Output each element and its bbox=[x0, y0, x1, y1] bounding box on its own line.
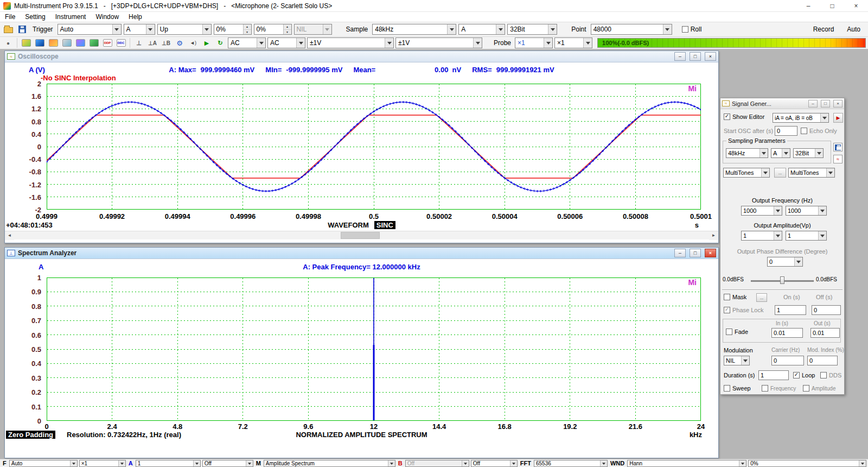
trigger-delay-stepper[interactable]: 0%▲▼ bbox=[254, 24, 292, 35]
restart-button[interactable]: ↻ bbox=[214, 37, 226, 48]
fade-out-input[interactable]: 0.01 bbox=[810, 328, 840, 338]
multimeter-button[interactable] bbox=[61, 37, 73, 48]
multitone-editor-button[interactable]: ... bbox=[774, 168, 786, 178]
roll-checkbox[interactable]: Roll bbox=[682, 26, 702, 33]
trigger-source-select[interactable]: A bbox=[124, 24, 155, 35]
siggen-save-button[interactable] bbox=[833, 143, 843, 152]
mask-checkbox[interactable]: Mask bbox=[724, 294, 746, 300]
freq-multiplier-select[interactable]: ×1 bbox=[79, 460, 126, 467]
run-button[interactable]: ▶ bbox=[201, 37, 213, 48]
channel-b-function-select[interactable]: Off bbox=[471, 460, 518, 467]
fade-checkbox[interactable]: Fade bbox=[726, 329, 748, 335]
freq-scale-select[interactable]: Auto bbox=[9, 460, 78, 467]
phase-lock-checkbox[interactable]: ✓Phase Lock bbox=[724, 307, 763, 313]
mask-off-input[interactable]: 0 bbox=[812, 305, 841, 315]
trigger-level-stepper[interactable]: 0%▲▼ bbox=[214, 24, 252, 35]
siggen-bits-select[interactable]: 32Bit bbox=[793, 148, 824, 158]
show-editor-checkbox[interactable]: ✓Show Editor bbox=[724, 113, 764, 120]
menu-help[interactable]: Help bbox=[124, 12, 147, 22]
app-minimize-button[interactable]: – bbox=[796, 0, 820, 12]
sampling-bits-select[interactable]: 32Bit bbox=[507, 24, 557, 35]
frequency-a-select[interactable]: 1000 bbox=[741, 206, 782, 216]
scrollbar-track[interactable] bbox=[14, 231, 709, 239]
auto-scale-button[interactable]: Auto bbox=[841, 24, 866, 34]
sinc-toggle-badge[interactable]: SINC bbox=[374, 221, 395, 229]
zero-channel-a-button[interactable]: ⊥A bbox=[146, 37, 158, 48]
siggen-channel-select[interactable]: A bbox=[771, 148, 790, 158]
siggen-close-button[interactable]: × bbox=[833, 100, 843, 108]
spectrum-close-button[interactable]: × bbox=[705, 249, 716, 257]
waveform-a-select[interactable]: MultiTones bbox=[723, 168, 770, 178]
frequency-b-select[interactable]: 1000 bbox=[786, 206, 827, 216]
start-osc-input[interactable]: 0 bbox=[775, 126, 797, 136]
scrollbar-thumb[interactable] bbox=[341, 232, 380, 239]
sweep-frequency-checkbox[interactable]: Frequency bbox=[762, 385, 796, 392]
data-logger-button[interactable] bbox=[88, 37, 100, 48]
menu-window[interactable]: Window bbox=[91, 12, 124, 22]
fade-in-input[interactable]: 0.01 bbox=[771, 328, 803, 338]
siggen-start-button[interactable]: ▶ bbox=[833, 113, 843, 123]
siggen-maximize-button[interactable]: □ bbox=[821, 100, 830, 108]
oscilloscope-restore-button[interactable]: □ bbox=[690, 52, 701, 61]
echo-only-checkbox[interactable]: Echo Only bbox=[801, 128, 837, 134]
menu-instrument[interactable]: Instrument bbox=[50, 12, 91, 22]
mod-index-input[interactable]: 0 bbox=[807, 356, 838, 365]
menu-setting[interactable]: Setting bbox=[20, 12, 50, 22]
oscilloscope-close-button[interactable]: × bbox=[705, 52, 716, 61]
settings-wrench-button[interactable]: ⚙ bbox=[174, 37, 186, 48]
spectrum-3d-plot-button[interactable] bbox=[74, 37, 86, 48]
probe-b-select[interactable]: ×1 bbox=[554, 37, 592, 48]
probe-a-select[interactable]: ×1 bbox=[515, 37, 553, 48]
display-mode-select[interactable]: Amplitude Spectrum bbox=[264, 460, 395, 467]
fft-size-select[interactable]: 65536 bbox=[534, 460, 608, 467]
siggen-waveform-library-button[interactable]: ≈ bbox=[833, 155, 843, 163]
record-length-select[interactable]: 48000 bbox=[591, 24, 672, 35]
signal-generator-titlebar[interactable]: ≈ Signal Gener... – □ × bbox=[720, 98, 844, 109]
coupling-a-select[interactable]: AC bbox=[228, 37, 266, 48]
spectrum-restore-button[interactable]: □ bbox=[690, 249, 701, 257]
range-b-select[interactable]: ±1V bbox=[395, 37, 482, 48]
trigger-mode-select[interactable]: Auto bbox=[58, 24, 122, 35]
scroll-left-icon[interactable]: ◄ bbox=[5, 231, 14, 240]
sampling-channel-select[interactable]: A bbox=[458, 24, 505, 35]
menu-file[interactable]: File bbox=[0, 12, 20, 22]
save-file-button[interactable] bbox=[16, 24, 28, 35]
window-function-select[interactable]: Hann bbox=[627, 460, 746, 467]
record-indicator-icon[interactable]: ● bbox=[2, 37, 14, 48]
spin-down-icon[interactable]: ▼ bbox=[244, 30, 251, 35]
overlap-select[interactable]: 0% bbox=[748, 460, 866, 467]
amplitude-b-select[interactable]: 1 bbox=[786, 231, 827, 241]
sweep-checkbox[interactable]: Sweep bbox=[724, 385, 751, 392]
oscilloscope-button[interactable] bbox=[20, 37, 32, 48]
loop-checkbox[interactable]: ✓Loop bbox=[793, 372, 815, 378]
zero-channel-b-button[interactable]: ⊥B bbox=[160, 37, 172, 48]
channel-a-gain-select[interactable]: 1 bbox=[136, 460, 201, 467]
spin-down-icon[interactable]: ▼ bbox=[284, 30, 291, 35]
ground-button[interactable]: ⊥ bbox=[133, 37, 145, 48]
phase-difference-select[interactable]: 0 bbox=[767, 257, 803, 267]
spectrum-titlebar[interactable]: ⊥ Spectrum Analyzer – □ × bbox=[5, 248, 718, 259]
record-button[interactable]: Record bbox=[808, 24, 840, 34]
carrier-input[interactable]: 0 bbox=[771, 356, 804, 365]
ddp-viewer-button[interactable]: DDP bbox=[101, 37, 113, 48]
routing-select[interactable]: iA = oA, iB = oB bbox=[773, 113, 829, 123]
channel-a-function-select[interactable]: Off bbox=[202, 460, 253, 467]
app-close-button[interactable]: × bbox=[844, 0, 868, 12]
siggen-minimize-button[interactable]: – bbox=[808, 100, 818, 108]
open-file-button[interactable] bbox=[2, 24, 14, 35]
app-maximize-button[interactable]: □ bbox=[820, 0, 844, 12]
oscilloscope-minimize-button[interactable]: – bbox=[674, 52, 686, 61]
oscilloscope-scrollbar[interactable]: ◄ ► bbox=[5, 231, 718, 239]
spectrum-analyzer-button[interactable] bbox=[34, 37, 46, 48]
waveform-b-select[interactable]: MultiTones bbox=[788, 168, 835, 178]
siggen-rate-select[interactable]: 48kHz bbox=[726, 148, 768, 158]
amplitude-a-select[interactable]: 1 bbox=[741, 231, 782, 241]
signal-generator-button[interactable] bbox=[47, 37, 59, 48]
modulation-select[interactable]: NIL bbox=[724, 356, 750, 365]
dds-checkbox[interactable]: DDS bbox=[820, 372, 841, 378]
coupling-b-select[interactable]: AC bbox=[267, 37, 305, 48]
range-a-select[interactable]: ±1V bbox=[307, 37, 394, 48]
mask-on-input[interactable]: 1 bbox=[775, 305, 806, 315]
oscilloscope-titlebar[interactable]: ≈ Oscilloscope – □ × bbox=[5, 51, 718, 62]
sound-device-button[interactable]: ◄) bbox=[187, 37, 199, 48]
